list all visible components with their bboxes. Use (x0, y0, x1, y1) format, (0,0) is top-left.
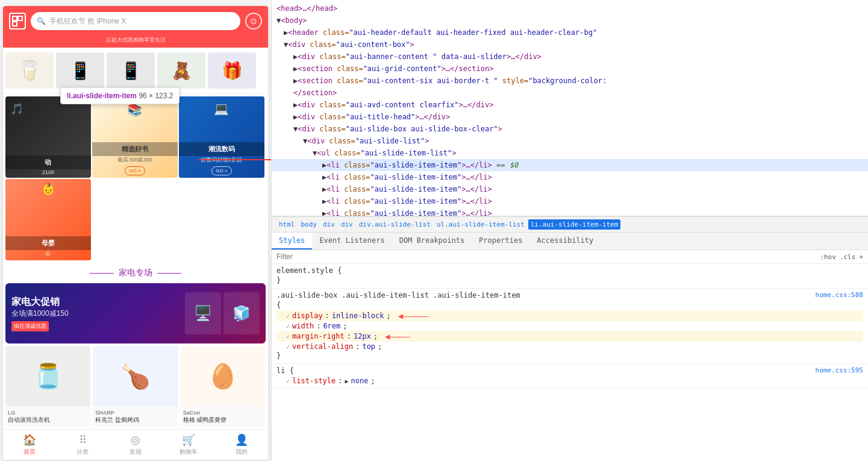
category-books[interactable]: 📚 精选好书 最高300减200 GO > (92, 96, 178, 178)
category-mother[interactable]: 👶 母婴 尖 (5, 179, 91, 260)
cat-books-sub: 最高300减200 (115, 156, 154, 166)
style-rule-element: element.style { } (272, 264, 868, 289)
product-img-3: 🥚 (181, 346, 266, 406)
appliance-banner[interactable]: 家电大促销 全场满1000减150 疯狂满减优惠 🖥️ 🧊 (5, 283, 266, 343)
nav-cart[interactable]: 🛒 购物车 (162, 433, 215, 456)
product-title-3: 格格 咸鸭蛋黄饼 (183, 416, 263, 424)
tab-accessibility[interactable]: Accessibility (529, 233, 601, 249)
search-bar[interactable]: 🔍 手机狂欢节 抢 iPhone X (31, 12, 240, 30)
message-icon[interactable]: ⊙ (245, 13, 262, 30)
category-digital[interactable]: 💻 潮流数码 好数码好物5折起 GO > (179, 96, 264, 178)
style-prop-vertical-align[interactable]: ✓ vertical-align : top ; (276, 342, 863, 351)
add-style-btn[interactable]: + (859, 253, 863, 261)
dom-line-li-selected[interactable]: ▶<li class="aui-slide-item-item">…</li> … (272, 159, 868, 171)
dom-line-li-3[interactable]: ▶<li class="aui-slide-item-item">…</li> (272, 183, 868, 195)
bottom-nav: 🏠 首页 ⠿ 分类 ◎ 发现 🛒 购物车 👤 我的 (3, 429, 268, 460)
style-close-brace: } (276, 351, 863, 360)
product-brand-3: SaCon (183, 410, 263, 416)
dom-line-content-box[interactable]: ▼<div class="aui-content-box"> (272, 39, 868, 51)
style-source-slide[interactable]: home.css:588 (816, 291, 863, 299)
product-card-3[interactable]: 🥚 SaCon 格格 咸鸭蛋黄饼 (181, 346, 266, 427)
dom-line-li-4[interactable]: ▶<li class="aui-slide-item-item">…</li> (272, 195, 868, 207)
category-dark[interactable]: 🎵 动 2100 (5, 96, 91, 178)
breadcrumb-html[interactable]: html (276, 219, 298, 230)
style-prop-display[interactable]: ✓ display : inline-block ; ◀————— (276, 310, 863, 321)
dom-line-head[interactable]: <head>…</head> (272, 2, 868, 14)
breadcrumb-slide-list[interactable]: div.aui-slide-list (357, 219, 433, 230)
nav-profile[interactable]: 👤 我的 (215, 433, 268, 456)
arrow-display: ◀————— (398, 311, 429, 321)
style-selector-element: element.style { (276, 266, 863, 275)
dom-line-slide-list[interactable]: ▼<div class="aui-slide-list"> (272, 135, 868, 147)
product-info-1: LG 自动滚筒洗衣机 (5, 406, 90, 427)
nav-home[interactable]: 🏠 首页 (3, 433, 56, 456)
product-thumb-2[interactable]: 📱 (56, 52, 104, 89)
arrow-margin: ◀———— (385, 331, 410, 341)
cat-mother-label: 母婴 (5, 236, 91, 250)
appliance-product-1: 🖥️ (185, 292, 221, 334)
product-thumb-5[interactable]: 🎁 (208, 52, 256, 89)
product-thumb-1[interactable]: 🥛 (5, 52, 54, 89)
style-rule-li: li { home.css:595 ✓ list-style : ▶ none … (272, 364, 868, 389)
breadcrumb-body[interactable]: body (299, 219, 320, 230)
style-selector-close: } (276, 276, 863, 284)
appliance-images: 🖥️ 🧊 (185, 292, 260, 334)
filter-input[interactable] (276, 252, 815, 261)
dom-line-title-head[interactable]: ▶<div class="aui-title-head">…</div> (272, 111, 868, 123)
nav-discover[interactable]: ◎ 发现 (109, 433, 162, 456)
dom-line-li-5[interactable]: ▶<li class="aui-slide-item-item">…</li> (272, 207, 868, 216)
cat-books-btn[interactable]: GO > (125, 166, 145, 175)
dom-line-ul[interactable]: ▼<ul class="aui-slide-item-list"> (272, 147, 868, 159)
style-source-li[interactable]: home.css:595 (816, 366, 863, 374)
style-prop-list-style[interactable]: ✓ list-style : ▶ none ; (276, 376, 863, 386)
style-prop-width[interactable]: ✓ width : 6rem ; (276, 321, 863, 331)
style-selector-li: li { home.css:595 (276, 366, 863, 375)
cls-filter[interactable]: .cls (840, 253, 856, 261)
devtools-panel: <head>…</head> ▼<body> ▶<header class="a… (271, 0, 868, 461)
nav-home-label: 首页 (23, 448, 36, 456)
product-img-2: 🍗 (93, 346, 178, 406)
breadcrumb-div2[interactable]: div (339, 219, 355, 230)
nav-category[interactable]: ⠿ 分类 (56, 433, 109, 456)
dom-line-body[interactable]: ▼<body> (272, 14, 868, 27)
category-icon: ⠿ (79, 433, 87, 447)
dom-line-avd[interactable]: ▶<div class="aui-avd-content clearfix">…… (272, 99, 868, 111)
svg-rect-2 (13, 22, 17, 26)
dom-tree[interactable]: <head>…</head> ▼<body> ▶<header class="a… (272, 0, 868, 216)
nav-profile-label: 我的 (236, 448, 248, 456)
style-prop-margin-right[interactable]: ✓ margin-right : 12px ; ◀———— (276, 331, 863, 342)
dom-line-section1[interactable]: ▶<section class="aui-grid-content">…</se… (272, 63, 868, 75)
discover-icon: ◎ (131, 433, 140, 447)
nav-category-label: 分类 (76, 448, 89, 456)
dom-line-header[interactable]: ▶<header class="aui-header-default aui-h… (272, 27, 868, 39)
dom-line-section-close[interactable]: </section> (272, 87, 868, 99)
dom-line-slide-box[interactable]: ▼<div class="aui-slide-box aui-slide-box… (272, 123, 868, 135)
product-title-1: 自动滚筒洗衣机 (8, 416, 88, 424)
tab-properties[interactable]: Properties (472, 233, 529, 249)
tab-event-listeners[interactable]: Event Listeners (312, 233, 392, 249)
dom-line-section2[interactable]: ▶<section class="aui-content-six aui-bor… (272, 75, 868, 87)
cat-digital-btn[interactable]: GO > (211, 166, 231, 175)
product-title-2: 科克兰 盐焗烤鸡 (95, 416, 175, 424)
nav-discover-label: 发现 (130, 448, 142, 456)
hov-filter[interactable]: :hov (820, 253, 836, 261)
product-img-1: 🫙 (5, 346, 90, 406)
product-card-1[interactable]: 🫙 LG 自动滚筒洗衣机 (5, 346, 90, 427)
style-open-brace: { (276, 301, 863, 309)
dom-line-li-2[interactable]: ▶<li class="aui-slide-item-item">…</li> (272, 171, 868, 183)
product-card-2[interactable]: 🍗 SHARP 科克兰 盐焗烤鸡 (93, 346, 178, 427)
breadcrumb-ul[interactable]: ul.aui-slide-item-list (434, 219, 527, 230)
appliance-main: 家电大促销 (11, 296, 179, 309)
product-thumb-3[interactable]: 📱 (107, 52, 155, 89)
home-icon: 🏠 (23, 433, 36, 447)
dom-line-banner[interactable]: ▶<div class="aui-banner-content " data-a… (272, 51, 868, 63)
tab-dom-breakpoints[interactable]: DOM Breakpoints (392, 233, 472, 249)
breadcrumb-li[interactable]: li.aui-slide-item-item (528, 219, 621, 230)
product-thumb-4[interactable]: 🧸 (157, 52, 205, 89)
breadcrumb-div1[interactable]: div (320, 219, 337, 230)
mobile-frame: 🔍 手机狂欢节 抢 iPhone X ⊙ 以超大优惠购物享受生活 🥛 📱 📱 🧸 (3, 6, 268, 460)
cat-mother-sub: 尖 (43, 250, 53, 260)
title-line-right (157, 273, 181, 274)
tab-styles[interactable]: Styles (272, 233, 312, 249)
cat-books-label: 精选好书 (92, 142, 178, 156)
